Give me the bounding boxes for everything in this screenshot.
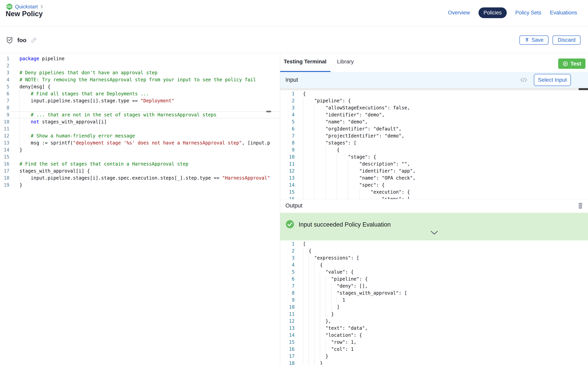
code-line[interactable]: 16 "steps": [	[280, 196, 588, 199]
play-circle-icon	[562, 61, 568, 67]
indent-guide	[314, 189, 315, 196]
code-line[interactable]: 9 # ... that are not in the set of stage…	[0, 111, 280, 118]
code-line[interactable]: 17stages_with_approval[i] {	[0, 168, 280, 175]
save-button[interactable]: Save	[520, 35, 549, 45]
code-line[interactable]: 12 "identifier": "app",	[280, 168, 588, 175]
code-line[interactable]: 5deny[msg] {	[0, 83, 280, 90]
indent-guide	[20, 97, 20, 104]
code-line[interactable]: 8 "stages": [	[280, 140, 588, 147]
line-number: 3	[0, 69, 9, 76]
code-line[interactable]: 9 {	[280, 147, 588, 154]
code-line[interactable]: 13 "text": "data",	[280, 325, 588, 332]
code-line[interactable]: 13 msg := sprintf("deployment stage '%s'…	[0, 140, 280, 147]
line-number: 4	[280, 261, 294, 268]
code-line[interactable]: 3 "expressions": [	[280, 254, 588, 261]
select-input-button[interactable]: Select Input	[534, 74, 571, 86]
code-line[interactable]: 18 input.pipeline.stages[i].stage.spec.e…	[0, 175, 280, 182]
code-line[interactable]: 7 "deny": [],	[280, 282, 588, 289]
code-line[interactable]: 14}	[0, 147, 280, 154]
indent-guide	[314, 104, 315, 111]
indent-guide	[331, 296, 331, 304]
code-line[interactable]: 3# Deny pipelines that don't have an app…	[0, 69, 280, 76]
code-line[interactable]: 7 input.pipeline.stages[i].stage.type ==…	[0, 97, 280, 104]
tab-testing-terminal[interactable]: Testing Terminal	[284, 58, 327, 65]
code-line[interactable]: 10 "stage": {	[280, 154, 588, 161]
tab-library[interactable]: Library	[337, 58, 354, 65]
evaluation-success-banner: Input succeeded Policy Evaluation	[280, 213, 588, 240]
indent-guide	[320, 311, 320, 318]
code-line[interactable]: 17 }	[280, 353, 588, 360]
policy-toolbar: foo Save Discard	[0, 27, 588, 53]
nav-item-policies[interactable]: Policies	[479, 7, 507, 18]
code-line[interactable]: 10 ]	[280, 304, 588, 311]
indent-guide	[326, 339, 326, 346]
page-title: New Policy	[6, 10, 43, 18]
code-line[interactable]: 6 "orgIdentifier": "default",	[280, 125, 588, 132]
indent-guide	[337, 182, 337, 189]
code-line[interactable]: 9 1	[280, 296, 588, 304]
code-line[interactable]: 12 },	[280, 318, 588, 325]
code-line[interactable]: 1package pipeline	[0, 55, 280, 62]
line-number: 14	[0, 147, 9, 154]
code-line[interactable]: 1{	[280, 90, 588, 97]
indent-guide	[314, 125, 315, 132]
code-line[interactable]: 4 {	[280, 261, 588, 268]
code-line[interactable]: 1[	[280, 240, 588, 247]
code-line[interactable]: 7 "projectIdentifier": "demo",	[280, 132, 588, 140]
code-line[interactable]: 14 "location": {	[280, 332, 588, 339]
chevron-down-icon[interactable]	[431, 231, 438, 235]
code-line[interactable]: 3 "allowStageExecutions": false,	[280, 104, 588, 111]
check-circle-icon	[285, 220, 294, 229]
code-line[interactable]: 5 "name": "demo",	[280, 118, 588, 125]
input-title: Input	[285, 77, 298, 83]
code-line[interactable]: 8	[0, 104, 280, 111]
code-line[interactable]: 16# Find the set of stages that contain …	[0, 161, 280, 168]
input-editor[interactable]: 1{2 "pipeline": {3 "allowStageExecutions…	[280, 90, 588, 199]
code-line[interactable]: 14 "spec": {	[280, 182, 588, 189]
discard-button[interactable]: Discard	[553, 35, 581, 45]
code-line[interactable]: 19}	[0, 182, 280, 189]
code-line[interactable]: 18 }	[280, 360, 588, 365]
code-line[interactable]: 15	[0, 154, 280, 161]
indent-guide	[303, 304, 303, 311]
code-line[interactable]: 8 "stages_with_approval": [	[280, 289, 588, 296]
code-line[interactable]: 10 not stages_with_approval[i]	[0, 118, 280, 125]
code-line[interactable]: 6 # Find all stages that are Deployments…	[0, 90, 280, 97]
code-line[interactable]: 4# NOTE: Try removing the HarnessApprova…	[0, 76, 280, 83]
policy-editor[interactable]: 1package pipeline23# Deny pipelines that…	[0, 53, 280, 365]
code-line[interactable]: 11	[0, 125, 280, 132]
code-view-icon[interactable]	[520, 77, 528, 83]
output-editor[interactable]: 1[2 {3 "expressions": [4 {5 "value": {6 …	[280, 240, 588, 365]
nav-item-evaluations[interactable]: Evaluations	[550, 7, 577, 18]
nav-item-overview[interactable]: Overview	[448, 7, 470, 18]
code-line[interactable]: 4 "identifier": "demo",	[280, 111, 588, 118]
indent-guide	[303, 118, 303, 125]
scrollbar-thumb[interactable]	[579, 88, 588, 90]
breadcrumb-project-link[interactable]: Quickstart	[15, 4, 38, 10]
indent-guide	[348, 168, 348, 175]
code-line[interactable]: 2	[0, 62, 280, 69]
code-line[interactable]: 12 # Show a human-friendly error message	[0, 132, 280, 140]
code-line[interactable]: 2 "pipeline": {	[280, 97, 588, 104]
line-number: 6	[0, 90, 9, 97]
test-button[interactable]: Test	[558, 58, 586, 69]
indent-guide	[337, 154, 337, 161]
code-line[interactable]: 2 {	[280, 247, 588, 254]
code-line[interactable]: 6 "pipeline": {	[280, 275, 588, 282]
code-line[interactable]: 11 }	[280, 311, 588, 318]
nav-item-policy-sets[interactable]: Policy Sets	[515, 7, 541, 18]
indent-guide	[326, 296, 326, 304]
code-line[interactable]: 16 "col": 1	[280, 346, 588, 353]
code-line[interactable]: 11 "description": "",	[280, 161, 588, 168]
indent-guide	[348, 175, 348, 182]
indent-guide	[20, 118, 20, 125]
code-line[interactable]: 5 "value": {	[280, 268, 588, 275]
indent-guide	[303, 111, 303, 118]
edit-name-pencil-icon[interactable]	[31, 37, 37, 43]
trash-icon[interactable]	[577, 202, 583, 209]
code-line[interactable]: 13 "name": "OPA check",	[280, 175, 588, 182]
indent-guide	[20, 90, 20, 97]
code-line[interactable]: 15 "row": 1,	[280, 339, 588, 346]
indent-guide	[348, 182, 348, 189]
code-line[interactable]: 15 "execution": {	[280, 189, 588, 196]
